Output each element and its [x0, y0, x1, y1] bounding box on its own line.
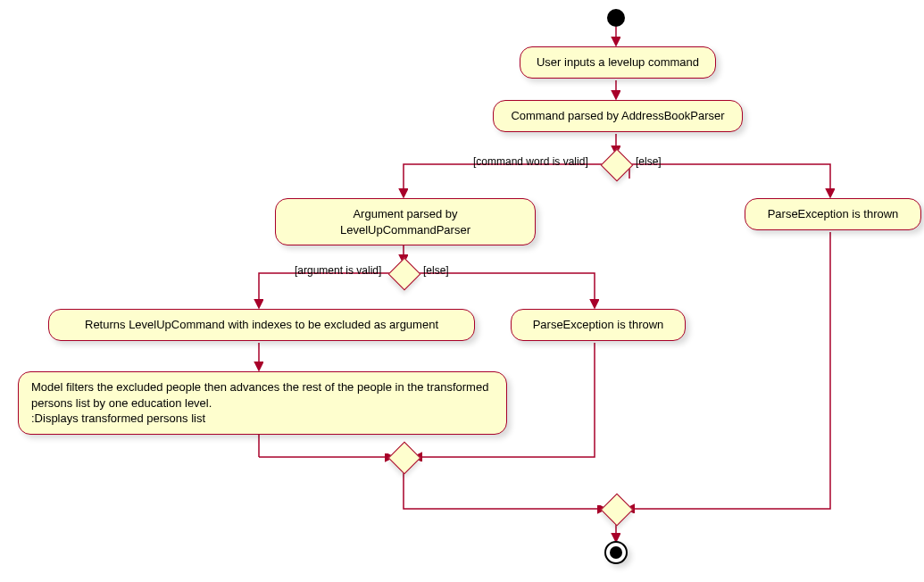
node-model-filter: Model filters the excluded people then a… — [18, 371, 507, 435]
edges-layer — [0, 0, 924, 582]
node-text: ParseException is thrown — [768, 207, 899, 220]
end-node — [604, 541, 628, 564]
node-levelup-parser: Argument parsed by LevelUpCommandParser — [275, 198, 536, 245]
node-user-input: User inputs a levelup command — [520, 46, 716, 79]
node-parse-exception-inner: ParseException is thrown — [511, 309, 686, 341]
node-text: ParseException is thrown — [533, 318, 664, 331]
node-text: Command parsed by AddressBookParser — [511, 109, 724, 122]
guard-label: [command word is valid] — [473, 155, 588, 168]
node-text: Argument parsed by LevelUpCommandParser — [340, 207, 470, 237]
decision-argument — [388, 258, 421, 291]
decision-command-word — [601, 149, 634, 182]
merge-outer — [601, 494, 634, 527]
merge-inner — [388, 442, 421, 475]
node-text: Returns LevelUpCommand with indexes to b… — [85, 318, 438, 331]
guard-label: [else] — [423, 264, 449, 277]
guard-label: [argument is valid] — [295, 264, 381, 277]
activity-diagram: User inputs a levelup command Command pa… — [0, 0, 924, 582]
node-returns-command: Returns LevelUpCommand with indexes to b… — [48, 309, 475, 341]
guard-label: [else] — [636, 155, 662, 168]
node-text: User inputs a levelup command — [537, 55, 699, 69]
start-node — [607, 9, 625, 27]
node-parse-exception-outer: ParseException is thrown — [745, 198, 921, 230]
node-text: Model filters the excluded people then a… — [31, 380, 488, 425]
node-addressbook-parser: Command parsed by AddressBookParser — [493, 100, 743, 132]
